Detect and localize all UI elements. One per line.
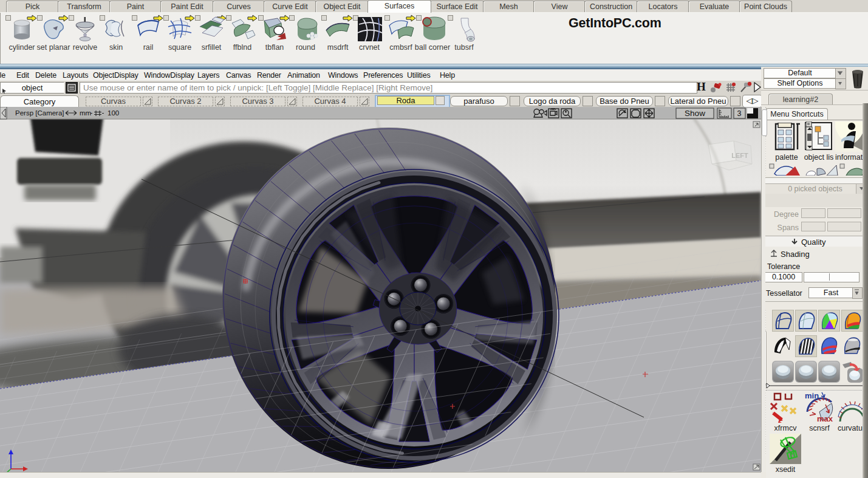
svg-text:max: max	[817, 414, 833, 423]
svg-text:LEFT: LEFT	[731, 152, 748, 159]
svg-text:mm: mm	[80, 109, 91, 117]
svg-text:Persp [Camera]: Persp [Camera]	[15, 109, 64, 117]
svg-text:100: 100	[108, 109, 119, 117]
svg-text:3: 3	[737, 109, 742, 118]
svg-text:Show: Show	[685, 109, 705, 118]
